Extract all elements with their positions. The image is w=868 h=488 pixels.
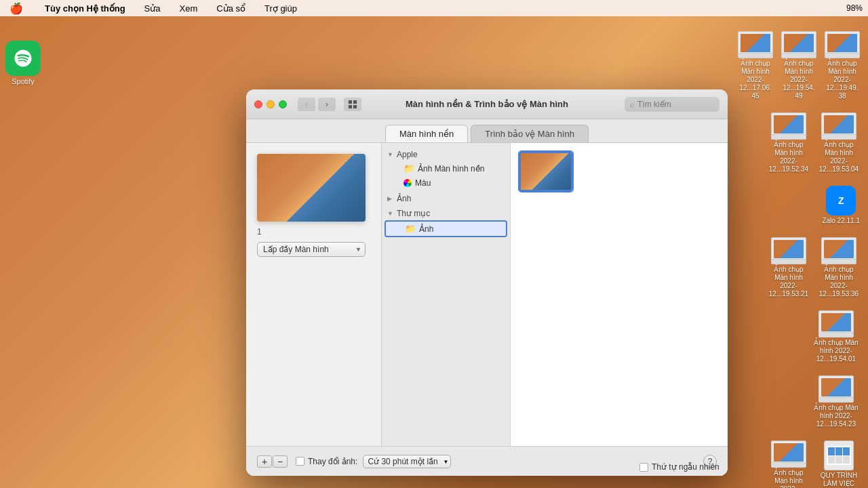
svg-rect-1: [353, 100, 357, 104]
wallpaper-preview: [257, 154, 366, 222]
forward-button[interactable]: ›: [318, 98, 336, 111]
change-image-checkbox-label[interactable]: Thay đổi ảnh:: [296, 457, 357, 466]
menubar: 🍎 Tùy chọn Hệ thống Sửa Xem Cửa sổ Trợ g…: [0, 0, 868, 16]
desktop-icon-screenshot5[interactable]: Ảnh chụp Màn hình 2022-12...19.53.04: [815, 110, 863, 176]
add-button[interactable]: +: [257, 455, 272, 468]
screenshot-thumb-9: [818, 310, 854, 338]
battery-status: 98%: [846, 3, 863, 13]
sidebar-item-wallpaper-photos-label: Ảnh Màn hình nền: [418, 164, 484, 174]
spotify-dock-item[interactable]: Spotify: [5, 41, 41, 85]
sidebar-section-photos-header[interactable]: ▶ Ảnh: [382, 192, 510, 205]
svg-rect-2: [349, 105, 352, 108]
desktop-icon-screenshot11[interactable]: Ảnh chụp Màn hình 2022-12...19.58.28: [765, 438, 812, 488]
screenshot-thumb-11: [771, 441, 806, 468]
preview-panel: 1 Lấp đầy Màn hình ▼: [246, 143, 382, 446]
window-menu[interactable]: Cửa sổ: [212, 2, 250, 15]
search-icon: ⌕: [630, 100, 635, 108]
random-order-checkbox-label[interactable]: Thứ tự ngẫu nhiên: [639, 462, 719, 472]
back-button[interactable]: ‹: [298, 98, 315, 111]
system-preferences-menu[interactable]: Tùy chọn Hệ thống: [41, 2, 130, 15]
sidebar-item-colors-label: Màu: [415, 178, 431, 188]
sidebar-section-apple-label: Apple: [397, 150, 418, 159]
quy-trinh-label: QUY TRÌNH LÀM VIỆC 2.jpg: [818, 472, 860, 488]
change-image-label: Thay đổi ảnh:: [308, 457, 357, 466]
menubar-right: 98%: [846, 3, 863, 13]
screenshot-thumb-5: [821, 113, 856, 140]
desktop-icon-label-11: Ảnh chụp Màn hình 2022-12...19.58.28: [768, 469, 810, 488]
desktop-icon-screenshot10[interactable]: Ảnh chụp Màn hình 2022-12...19.54.23: [810, 373, 863, 431]
desktop-icon-screenshot8[interactable]: Ảnh chụp Màn hình 2022-12...19.53.36: [815, 235, 863, 301]
change-image-checkbox[interactable]: [296, 457, 304, 466]
desktop-icon-label-2: Ảnh chụp Màn hình 2022-12...19.54.49: [781, 60, 816, 100]
traffic-lights: [254, 100, 287, 108]
wallpaper-thumb-1[interactable]: [519, 151, 573, 192]
desktop-icon-label-1: Ảnh chụp Màn hình 2022-12...17.06.45: [738, 60, 773, 100]
window-tabs: Màn hình nền Trình bảo vệ Màn hình: [246, 119, 728, 143]
color-circle-icon: [403, 179, 412, 187]
desktop-icon-screenshot4[interactable]: Ảnh chụp Màn hình 2022-12...19.52.34: [765, 110, 812, 176]
apple-menu[interactable]: 🍎: [5, 1, 27, 16]
window-title: Màn hình nền & Trình bảo vệ Màn hình: [406, 99, 568, 109]
search-input[interactable]: [637, 100, 714, 109]
wallpaper-gradient-1: [521, 153, 571, 190]
view-menu[interactable]: Xem: [176, 2, 202, 15]
add-remove-buttons: + −: [257, 455, 288, 468]
fit-dropdown-wrapper: Lấp đầy Màn hình ▼: [257, 242, 366, 257]
sidebar-section-folders: ▼ Thư mục 📁 Ảnh: [382, 207, 510, 237]
interval-dropdown[interactable]: Cứ 30 phút một lần: [363, 455, 451, 468]
desktop-icon-zalo[interactable]: Z Zalo 22.11.1: [819, 183, 863, 228]
svg-rect-0: [349, 100, 352, 104]
desktop-icons-area: Ảnh chụp Màn hình 2022-12...17.06.45 Ảnh…: [760, 23, 868, 488]
desktop-icon-screenshot2[interactable]: Ảnh chụp Màn hình 2022-12...19.54.49: [778, 28, 819, 103]
sidebar-item-wallpaper-photos[interactable]: 📁 Ảnh Màn hình nền: [384, 161, 507, 176]
desktop-icon-label-5: Ảnh chụp Màn hình 2022-12...19.53.04: [818, 141, 860, 174]
sidebar-item-anh-folder[interactable]: 📁 Ảnh: [384, 220, 507, 237]
minimize-button[interactable]: [267, 100, 275, 108]
remove-button[interactable]: −: [273, 455, 288, 468]
random-order-label: Thứ tự ngẫu nhiên: [652, 462, 719, 472]
spotify-label: Spotify: [5, 77, 41, 85]
sidebar: ▼ Apple 📁 Ảnh Màn hình nền Màu: [382, 143, 511, 446]
sidebar-section-apple-header[interactable]: ▼ Apple: [382, 148, 510, 161]
chevron-down-icon-2: ▼: [387, 210, 394, 217]
window-titlebar: ‹ › Màn hình nền & Trình bảo vệ Màn hình…: [246, 89, 728, 119]
help-menu[interactable]: Trợ giúp: [260, 2, 301, 15]
edit-menu[interactable]: Sửa: [140, 2, 165, 15]
sidebar-item-colors[interactable]: Màu: [384, 176, 507, 190]
zalo-icon: Z: [826, 186, 856, 216]
nav-buttons: ‹ ›: [298, 98, 336, 111]
bottom-bar: + − Thay đổi ảnh: Cứ 30 phút một lần ▼: [246, 446, 728, 476]
desktop-icon-screenshot1[interactable]: Ảnh chụp Màn hình 2022-12...17.06.45: [735, 28, 776, 103]
desktop-icon-quy-trinh[interactable]: QUY TRÌNH LÀM VIỆC 2.jpg: [815, 438, 863, 488]
tab-screensaver[interactable]: Trình bảo vệ Màn hình: [471, 125, 589, 142]
desktop-icon-screenshot3[interactable]: Ảnh chụp Màn hình 2022-12...19.49.38: [822, 28, 863, 103]
sidebar-section-photos-label: Ảnh: [397, 194, 411, 203]
tab-wallpaper[interactable]: Màn hình nền: [385, 125, 468, 142]
maximize-button[interactable]: [279, 100, 287, 108]
svg-rect-3: [353, 105, 357, 108]
grid-view-button[interactable]: [344, 98, 361, 111]
close-button[interactable]: [254, 100, 262, 108]
chevron-down-icon: ▼: [387, 151, 394, 158]
random-order-checkbox[interactable]: [639, 463, 648, 472]
wallpaper-grid: [511, 143, 728, 446]
desktop-icon-label-9: Ảnh chụp Màn hình 2022-12...19.54.01: [812, 339, 860, 363]
desktop-icon-screenshot7[interactable]: Ảnh chụp Màn hình 2022-12...19.53.21: [765, 235, 812, 301]
sidebar-section-folders-header[interactable]: ▼ Thư mục: [382, 207, 510, 220]
content-main: 1 Lấp đầy Màn hình ▼: [246, 143, 728, 446]
desktop-icon-label-3: Ảnh chụp Màn hình 2022-12...19.49.38: [825, 60, 860, 100]
fit-mode-dropdown[interactable]: Lấp đầy Màn hình: [257, 242, 366, 257]
quy-trinh-icon: [824, 441, 854, 470]
screenshot-thumb-8: [821, 237, 856, 264]
preview-number: 1: [257, 227, 262, 237]
browser-panel: ▼ Apple 📁 Ảnh Màn hình nền Màu: [382, 143, 728, 446]
chevron-right-icon: ▶: [387, 195, 394, 202]
screenshot-thumb-2: [781, 31, 816, 58]
screenshot-thumb-1: [738, 31, 773, 58]
spotify-icon[interactable]: [5, 41, 41, 76]
search-box[interactable]: ⌕: [625, 97, 719, 112]
desktop-icon-screenshot9[interactable]: Ảnh chụp Màn hình 2022-12...19.54.01: [810, 308, 863, 366]
desktop: Spotify Ảnh chụp Màn hình 2022-12...17.0…: [0, 16, 868, 488]
sidebar-section-apple: ▼ Apple 📁 Ảnh Màn hình nền Màu: [382, 148, 510, 190]
change-image-row: Thay đổi ảnh: Cứ 30 phút một lần ▼: [296, 455, 695, 468]
